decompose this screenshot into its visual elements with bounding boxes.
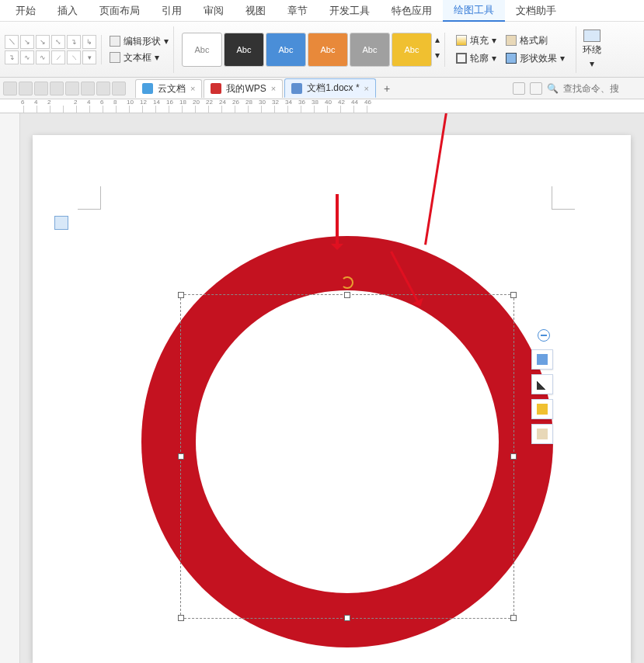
shape-style-white[interactable]: Abc bbox=[182, 33, 222, 67]
toolbar-icon[interactable] bbox=[530, 82, 542, 95]
line-shape-icon[interactable]: ⤡ bbox=[51, 35, 65, 49]
ruler-tick: 4 bbox=[37, 106, 50, 113]
close-icon[interactable]: × bbox=[364, 84, 369, 93]
ruler-tick: 10 bbox=[129, 106, 142, 113]
effect-icon bbox=[537, 404, 548, 415]
selection-box[interactable] bbox=[180, 294, 514, 619]
gallery-scroll-up-icon[interactable]: ▴ bbox=[435, 34, 440, 50]
toolbar-icon[interactable] bbox=[513, 82, 525, 95]
shape-style-orange[interactable]: Abc bbox=[308, 33, 348, 67]
float-fill-button[interactable] bbox=[531, 349, 553, 370]
menu-references[interactable]: 引用 bbox=[151, 1, 193, 21]
ruler-tick: 2 bbox=[50, 106, 63, 113]
resize-handle[interactable] bbox=[344, 292, 350, 298]
shape-effect-button[interactable]: 形状效果 ▾ bbox=[506, 52, 565, 65]
qa-icon[interactable] bbox=[96, 82, 110, 95]
format-brush-button[interactable]: 格式刷 bbox=[506, 34, 565, 47]
menu-view[interactable]: 视图 bbox=[235, 1, 277, 21]
shape-style-gray[interactable]: Abc bbox=[350, 33, 390, 67]
qa-icon[interactable] bbox=[81, 82, 95, 95]
line-shape-icon[interactable]: ⟋ bbox=[51, 50, 65, 64]
resize-handle[interactable] bbox=[178, 615, 184, 621]
shape-style-black[interactable]: Abc bbox=[224, 33, 264, 67]
wrap-icon[interactable] bbox=[583, 30, 600, 42]
line-shape-icon[interactable]: ↴ bbox=[67, 35, 81, 49]
page-marker-icon[interactable] bbox=[54, 216, 68, 230]
textbox-label: 文本框 bbox=[124, 51, 151, 64]
gallery-more-icon[interactable]: ▾ bbox=[82, 50, 96, 64]
qa-icon[interactable] bbox=[50, 82, 64, 95]
shape-style-yellow[interactable]: Abc bbox=[392, 33, 432, 67]
resize-handle[interactable] bbox=[510, 292, 517, 298]
search-input[interactable] bbox=[563, 83, 641, 94]
qa-icon[interactable] bbox=[19, 82, 33, 95]
qa-icon[interactable] bbox=[34, 82, 48, 95]
margin-corner-icon bbox=[78, 186, 101, 210]
line-shape-icon[interactable]: ∿ bbox=[36, 50, 50, 64]
cloud-icon bbox=[142, 83, 153, 94]
float-effect-button[interactable] bbox=[531, 399, 553, 419]
tab-cloud-docs[interactable]: 云文档 × bbox=[135, 79, 202, 98]
close-icon[interactable]: × bbox=[190, 84, 195, 93]
menu-doc-assistant[interactable]: 文档助手 bbox=[505, 1, 567, 21]
ruler-tick: 26 bbox=[235, 106, 248, 113]
horizontal-ruler[interactable]: 6422468101214161820222426283032343638404… bbox=[0, 99, 644, 113]
resize-handle[interactable] bbox=[344, 615, 350, 621]
line-shape-icon[interactable]: ∿ bbox=[20, 50, 34, 64]
doc-icon bbox=[291, 83, 302, 94]
tab-document1[interactable]: 文档1.docx * × bbox=[284, 78, 376, 98]
menu-devtools[interactable]: 开发工具 bbox=[319, 1, 381, 21]
qa-icon[interactable] bbox=[112, 82, 126, 95]
line-shape-icon[interactable]: ↘ bbox=[20, 35, 34, 49]
textbox-button[interactable]: 文本框 ▾ bbox=[110, 51, 169, 64]
shape-float-toolbar bbox=[531, 329, 553, 444]
new-tab-button[interactable]: + bbox=[378, 82, 396, 95]
ruler-tick: 6 bbox=[103, 106, 116, 113]
shape-style-blue[interactable]: Abc bbox=[266, 33, 306, 67]
ruler-tick: 46 bbox=[367, 106, 380, 113]
textbox-icon bbox=[110, 52, 120, 63]
ruler-tick: 30 bbox=[261, 106, 274, 113]
float-format-brush-button[interactable] bbox=[531, 424, 553, 444]
resize-handle[interactable] bbox=[510, 453, 517, 460]
menu-review[interactable]: 审阅 bbox=[193, 1, 235, 21]
gallery-scroll-down-icon[interactable]: ▾ bbox=[435, 50, 440, 65]
ruler-tick: 36 bbox=[301, 106, 314, 113]
close-icon[interactable]: × bbox=[271, 84, 276, 93]
qa-icon[interactable] bbox=[65, 82, 79, 95]
search-icon[interactable]: 🔍 bbox=[547, 83, 559, 94]
line-shape-icon[interactable]: ↴ bbox=[5, 50, 19, 64]
wrap-group: 环绕▾ bbox=[576, 26, 607, 73]
shape-format-group: 填充 ▾ 格式刷 轮廓 ▾ 形状效果 ▾ bbox=[448, 34, 573, 65]
resize-handle[interactable] bbox=[178, 292, 184, 298]
menu-insert[interactable]: 插入 bbox=[47, 1, 89, 21]
menu-special[interactable]: 特色应用 bbox=[381, 1, 443, 21]
line-shape-icon[interactable]: ⟍ bbox=[67, 50, 81, 64]
pen-icon bbox=[537, 379, 548, 390]
ruler-tick: 40 bbox=[327, 106, 340, 113]
line-shape-icon[interactable]: ＼ bbox=[5, 35, 19, 49]
menu-drawing-tools[interactable]: 绘图工具 bbox=[443, 0, 505, 22]
resize-handle[interactable] bbox=[510, 615, 517, 621]
vertical-ruler[interactable] bbox=[0, 113, 20, 663]
qa-icon[interactable] bbox=[3, 82, 17, 95]
edit-shape-label: 编辑形状 bbox=[124, 35, 161, 48]
resize-handle[interactable] bbox=[178, 453, 184, 460]
collapse-icon[interactable] bbox=[538, 329, 550, 342]
tab-my-wps[interactable]: 我的WPS × bbox=[204, 79, 283, 98]
float-outline-button[interactable] bbox=[531, 374, 553, 394]
line-shape-icon[interactable]: ↘ bbox=[36, 35, 50, 49]
outline-button[interactable]: 轮廓 ▾ bbox=[456, 52, 496, 65]
menu-start[interactable]: 开始 bbox=[5, 1, 47, 21]
line-shape-icon[interactable]: ↳ bbox=[82, 35, 96, 49]
edit-shape-button[interactable]: 编辑形状 ▾ bbox=[110, 35, 169, 48]
document-tabbar: 云文档 × 我的WPS × 文档1.docx * × + 🔍 bbox=[0, 78, 644, 99]
ruler-tick bbox=[63, 106, 76, 113]
menu-chapter[interactable]: 章节 bbox=[277, 1, 319, 21]
effect-icon bbox=[506, 53, 517, 64]
brush-icon bbox=[537, 429, 548, 439]
fill-button[interactable]: 填充 ▾ bbox=[456, 34, 496, 47]
rotate-handle-icon[interactable] bbox=[341, 276, 353, 289]
menu-page-layout[interactable]: 页面布局 bbox=[89, 1, 151, 21]
shape-lines-gallery[interactable]: ＼ ↘ ↘ ⤡ ↴ ↳ ↴ ∿ ∿ ⟋ ⟍ ▾ bbox=[5, 35, 102, 64]
